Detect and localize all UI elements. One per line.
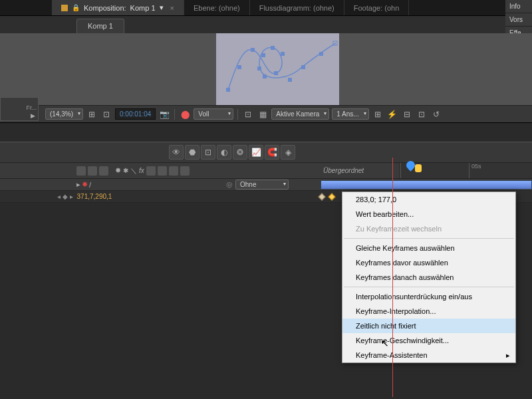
position-value[interactable]: 371,7,290,1: [74, 193, 112, 200]
timeline-columns-header: ✸ ✱ ＼ fx Übergeordnet 05s 10s: [0, 163, 532, 179]
keyframe-navigator[interactable]: ◂ ◆ ▸: [57, 193, 73, 200]
tab-footage[interactable]: Footage: (ohn: [344, 0, 410, 15]
ctx-edit-value[interactable]: Wert bearbeiten...: [342, 207, 515, 221]
ctx-keyframe-interpolation[interactable]: Keyframe-Interpolation...: [342, 304, 515, 319]
svg-rect-1: [237, 65, 241, 69]
svg-rect-7: [263, 74, 267, 78]
shy-icon[interactable]: 👁: [169, 145, 184, 160]
switch-icon[interactable]: [158, 166, 167, 176]
parent-dropdown[interactable]: Ohne: [235, 180, 289, 190]
square-icon: [61, 5, 68, 11]
snap-icon[interactable]: 🧲: [265, 145, 279, 160]
comp-tab-active[interactable]: Komp 1: [76, 19, 124, 33]
tab-comp-name: Komp 1: [130, 4, 156, 12]
lock-icon: 🔒: [72, 4, 80, 11]
work-area-marker[interactable]: [415, 164, 422, 172]
flowchart-icon[interactable]: ⊡: [416, 108, 428, 120]
timeline-toolbar: 👁 ⬣ ⊡ ◐ ❂ 📈 🧲 ◈: [0, 142, 532, 163]
layer-row[interactable]: ▸ ✸ / ◎ Ohne: [0, 179, 532, 191]
reset-exposure-icon[interactable]: ↺: [430, 108, 442, 120]
timeline-icon[interactable]: ⊟: [401, 108, 413, 120]
time-ruler[interactable]: 05s 10s: [399, 163, 532, 178]
zoom-dropdown[interactable]: (14,3%): [45, 108, 83, 120]
snapshot-icon[interactable]: 📷: [158, 108, 170, 120]
lock-icon[interactable]: [99, 166, 108, 176]
svg-rect-6: [274, 71, 278, 75]
svg-rect-4: [271, 46, 275, 50]
svg-rect-10: [301, 65, 305, 69]
channel-icon[interactable]: ⬤: [179, 108, 191, 120]
ctx-toggle-hold[interactable]: Interpolationsunterdrückung ein/aus: [342, 289, 515, 304]
graph-icon[interactable]: 📈: [249, 145, 263, 160]
tab-layer-label: Ebene: (ohne): [194, 4, 240, 12]
tab-footage-label: Footage: (ohn: [354, 4, 400, 12]
ctx-select-equal-keyframes[interactable]: Gleiche Keyframes auswählen: [342, 241, 515, 255]
close-icon[interactable]: ×: [170, 4, 174, 12]
fast-preview-icon[interactable]: ⚡: [386, 108, 398, 120]
svg-rect-0: [226, 88, 230, 92]
svg-rect-8: [257, 66, 261, 70]
frame-blend-icon[interactable]: ⊡: [201, 145, 215, 160]
tab-flowchart[interactable]: Flussdiagramm: (ohne): [250, 0, 344, 15]
pixel-aspect-icon[interactable]: ⊞: [372, 108, 384, 120]
ctx-keyframe-assistant[interactable]: Keyframe-Assistenten: [342, 348, 515, 362]
auto-kf-icon[interactable]: ◈: [281, 145, 295, 160]
ruler-icon[interactable]: ⊡: [100, 108, 112, 120]
switch-icon[interactable]: [146, 166, 156, 176]
parent-column-header: Übergeordnet: [319, 163, 399, 178]
panel-preview[interactable]: Vors: [505, 13, 532, 27]
comp-tab-row: Komp 1: [0, 16, 532, 33]
channels-dropdown[interactable]: Voll: [194, 108, 233, 120]
camera-dropdown[interactable]: Aktive Kamera: [271, 108, 329, 120]
viewer-canvas[interactable]: [216, 33, 339, 105]
current-time-indicator-line[interactable]: [392, 158, 393, 397]
ctx-select-following-keyframes[interactable]: Keyframes danach auswählen: [342, 270, 515, 285]
tick-label: 05s: [471, 163, 481, 170]
layer-bar[interactable]: [321, 180, 532, 190]
panel-info[interactable]: Info: [505, 0, 532, 13]
play-icon[interactable]: ▶: [31, 112, 35, 119]
exposure-icon[interactable]: ⊡: [242, 108, 254, 120]
transparency-icon[interactable]: ▦: [257, 108, 269, 120]
ctx-goto-keyframe-time: Zu Keyframezeit wechseln: [342, 221, 515, 236]
viewer-toolbar: (14,3%) ⊞ ⊡ 0:00:01:04 📷 ⬤ Voll ⊡ ▦ Akti…: [0, 105, 532, 122]
current-time[interactable]: 0:00:01:04: [115, 108, 156, 120]
dropdown-icon[interactable]: ▾: [160, 3, 164, 12]
ctx-rove-across-time[interactable]: Zeitlich nicht fixiert: [342, 319, 515, 333]
keyframe-context-menu: 283,0; 177,0 Wert bearbeiten... Zu Keyfr…: [342, 192, 516, 363]
av-icon[interactable]: [76, 166, 86, 176]
svg-rect-2: [251, 48, 255, 52]
resolution-icon[interactable]: ⊞: [86, 108, 98, 120]
keyframe[interactable]: [328, 193, 335, 200]
brain-icon[interactable]: ❂: [233, 145, 247, 160]
document-tabs: 🔒 Komposition: Komp 1 ▾ × Ebene: (ohne) …: [0, 0, 532, 16]
cube-icon[interactable]: ⬣: [185, 145, 200, 160]
motion-blur-icon[interactable]: ◐: [217, 145, 231, 160]
pickwhip-icon[interactable]: ◎: [226, 180, 233, 189]
ctx-keyframe-velocity[interactable]: Keyframe-Geschwindigkeit...: [342, 333, 515, 348]
views-dropdown[interactable]: 1 Ans...: [332, 108, 368, 120]
ctx-keyframe-value: 283,0; 177,0: [342, 192, 515, 207]
svg-rect-3: [261, 53, 265, 57]
svg-rect-5: [281, 52, 285, 56]
tab-composition[interactable]: 🔒 Komposition: Komp 1 ▾ ×: [52, 0, 184, 15]
tab-comp-prefix: Komposition:: [84, 4, 126, 12]
tab-layer[interactable]: Ebene: (ohne): [184, 0, 250, 15]
left-panel-stub: Fr... ▶: [0, 97, 39, 121]
motion-path: [216, 33, 339, 105]
solo-icon[interactable]: [88, 166, 97, 176]
switch-icon[interactable]: [169, 166, 178, 176]
svg-rect-11: [319, 52, 323, 56]
composition-viewer[interactable]: (14,3%) ⊞ ⊡ 0:00:01:04 📷 ⬤ Voll ⊡ ▦ Akti…: [0, 33, 532, 123]
svg-rect-9: [288, 78, 292, 82]
keyframe[interactable]: [318, 193, 325, 200]
tab-flowchart-label: Flussdiagramm: (ohne): [259, 4, 334, 12]
switches-header: ✸ ✱ ＼ fx: [0, 163, 319, 178]
switch-icon[interactable]: [180, 166, 190, 176]
ctx-select-previous-keyframes[interactable]: Keyframes davor auswählen: [342, 255, 515, 270]
frame-label: Fr...: [27, 104, 37, 111]
